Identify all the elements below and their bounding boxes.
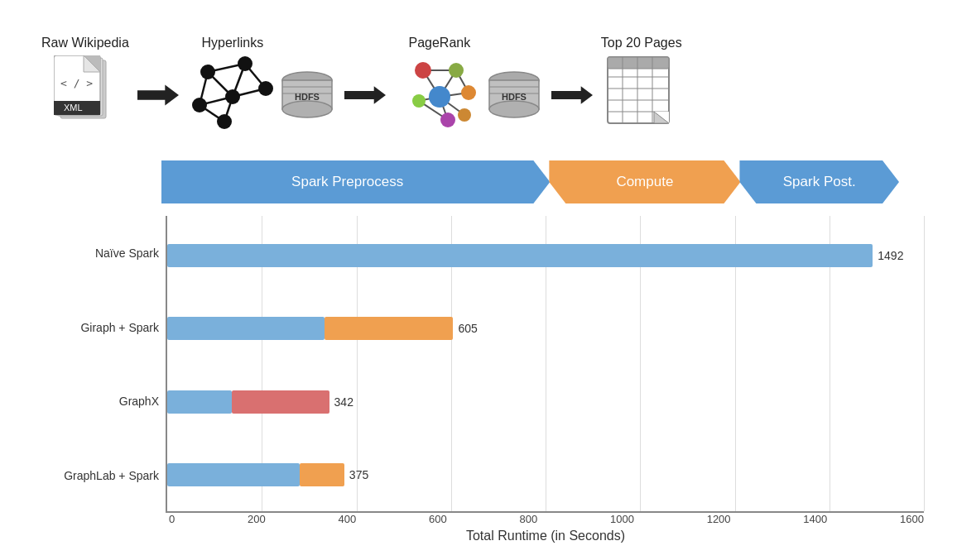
svg-point-19 — [238, 56, 252, 71]
bar-naive-blue — [167, 244, 873, 267]
hdfs1-icon: HDFS — [278, 69, 336, 122]
x-tick-1200: 1200 — [707, 513, 731, 525]
svg-rect-55 — [608, 57, 669, 69]
svg-point-44 — [412, 94, 426, 108]
svg-point-21 — [225, 89, 240, 104]
raw-wikipedia-item: Raw Wikipedia < / > XML — [41, 36, 129, 130]
diagram-row: Raw Wikipedia < / > XML — [33, 17, 924, 149]
y-label-giraph: Giraph + Spark — [80, 322, 159, 333]
svg-point-42 — [461, 85, 476, 100]
hyperlinks-label: Hyperlinks — [201, 36, 263, 50]
x-axis-inner: 0 200 400 600 800 1000 1200 1400 1600 — [167, 513, 924, 525]
svg-marker-8 — [137, 85, 179, 106]
svg-point-23 — [217, 114, 232, 129]
svg-text:HDFS: HDFS — [502, 92, 527, 102]
xml-doc-icon: < / > XML — [54, 55, 116, 130]
svg-point-43 — [429, 86, 450, 108]
y-axis-labels: Naïve Spark Giraph + Spark GraphX GraphL… — [41, 216, 166, 513]
svg-point-40 — [415, 62, 431, 79]
pagerank-item: PageRank — [394, 36, 485, 130]
svg-point-26 — [282, 101, 332, 117]
grid-line-1600 — [924, 216, 925, 511]
bar-graphx-blue — [167, 390, 232, 414]
graph-black-icon — [187, 55, 278, 130]
x-tick-0: 0 — [169, 513, 175, 525]
x-tick-1600: 1600 — [900, 513, 924, 525]
svg-point-22 — [192, 98, 207, 112]
chart-container: Naïve Spark Giraph + Spark GraphX GraphL… — [33, 216, 924, 543]
bar-graphlab-value: 375 — [349, 468, 368, 481]
table-icon — [606, 55, 676, 130]
hdfs2-item: HDFS — [485, 69, 543, 122]
x-axis-row: 0 200 400 600 800 1000 1200 1400 1600 — [41, 513, 924, 525]
spark-post-label: Spark Post. — [783, 174, 856, 190]
main-container: Raw Wikipedia < / > XML — [0, 0, 957, 560]
top-pages-label: Top 20 Pages — [601, 36, 682, 50]
bar-giraph-value: 605 — [458, 322, 477, 335]
bar-graphlab-orange — [300, 463, 344, 486]
y-label-naive-spark: Naïve Spark — [95, 247, 159, 259]
bar-giraph-blue — [167, 317, 325, 340]
bar-graphx-value: 342 — [334, 395, 353, 409]
x-tick-800: 800 — [519, 513, 537, 525]
x-tick-200: 200 — [248, 513, 266, 525]
x-tick-600: 600 — [429, 513, 447, 525]
x-tick-1400: 1400 — [803, 513, 827, 525]
pagerank-label: PageRank — [408, 36, 470, 50]
svg-marker-53 — [551, 86, 593, 103]
x-tick-400: 400 — [339, 513, 357, 525]
svg-marker-30 — [344, 86, 386, 103]
chart-plot: 1492 605 342 375 — [166, 216, 924, 513]
bar-giraph-orange — [325, 317, 453, 340]
y-label-graphx: GraphX — [119, 395, 159, 407]
y-label-graphlab: GraphLab + Spark — [64, 470, 159, 481]
svg-point-20 — [258, 81, 273, 96]
process-row: Spark Preprocess Compute Spark Post. — [33, 160, 924, 203]
bar-row-naive: 1492 — [167, 242, 924, 269]
chart-area: Naïve Spark Giraph + Spark GraphX GraphL… — [41, 216, 924, 513]
top-pages-item: Top 20 Pages — [601, 36, 682, 130]
arrow-3 — [551, 80, 593, 110]
bar-row-graphx: 342 — [167, 389, 924, 415]
svg-text:XML: XML — [64, 103, 83, 112]
bar-naive-value: 1492 — [878, 249, 903, 262]
svg-point-45 — [440, 112, 455, 127]
bar-row-giraph: 605 — [167, 315, 924, 342]
bar-row-graphlab: 375 — [167, 462, 924, 488]
raw-wikipedia-label: Raw Wikipedia — [41, 36, 129, 50]
arrow-1 — [137, 80, 179, 110]
x-tick-1000: 1000 — [610, 513, 634, 525]
spark-preprocess-arrow: Spark Preprocess — [161, 160, 550, 203]
svg-point-49 — [489, 101, 539, 117]
spark-post-arrow: Spark Post. — [739, 160, 899, 203]
bar-graphlab-blue — [167, 463, 300, 486]
spark-preprocess-label: Spark Preprocess — [291, 174, 403, 190]
svg-point-41 — [449, 63, 464, 78]
hdfs1-item: HDFS — [278, 69, 336, 122]
graph-color-icon — [394, 55, 485, 130]
compute-arrow: Compute — [549, 160, 740, 203]
svg-point-18 — [200, 65, 215, 79]
svg-text:HDFS: HDFS — [295, 92, 320, 102]
svg-text:< / >: < / > — [60, 77, 93, 89]
compute-label: Compute — [616, 174, 673, 190]
hyperlinks-item: Hyperlinks — [187, 36, 278, 130]
svg-point-46 — [458, 108, 471, 122]
arrow-2 — [344, 80, 386, 110]
bar-graphx-red — [232, 390, 329, 414]
hdfs2-icon: HDFS — [485, 69, 543, 122]
x-axis-title: Total Runtime (in Seconds) — [41, 529, 924, 543]
